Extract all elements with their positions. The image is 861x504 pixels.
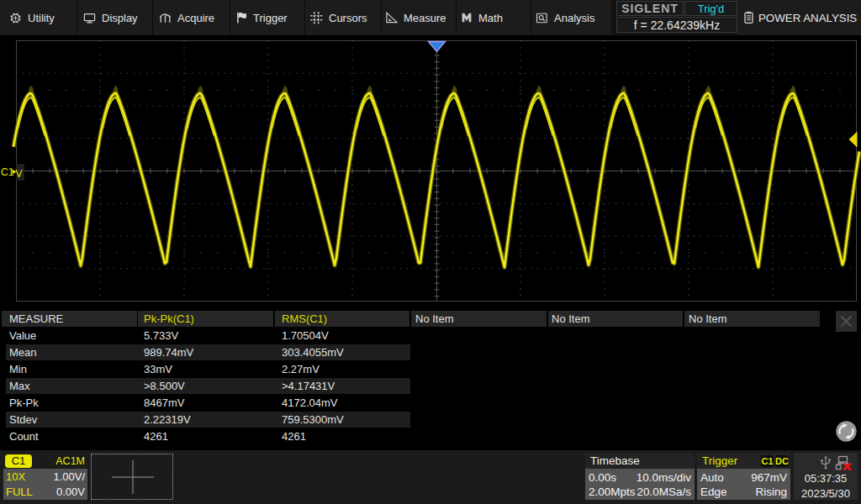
svg-text:V: V xyxy=(16,168,23,180)
svg-text:C1: C1 xyxy=(1,166,14,178)
